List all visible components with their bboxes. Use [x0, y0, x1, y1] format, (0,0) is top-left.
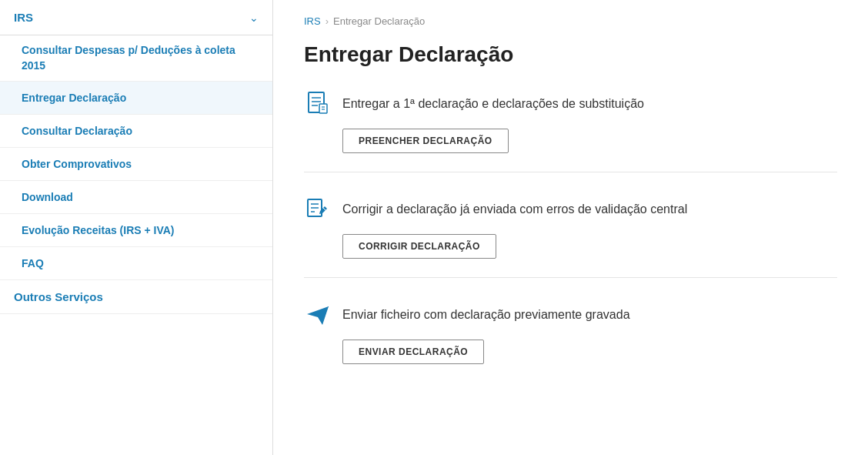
section-row-corrigir: Corrigir a declaração já enviada com err… [304, 196, 837, 223]
sidebar-item-entregar-declaracao[interactable]: Entregar Declaração [0, 82, 272, 115]
edit-icon [304, 196, 332, 223]
sidebar-item-outros-servicos[interactable]: Outros Serviços [0, 280, 272, 314]
section-block-preencher: Entregar a 1ª declaração e declarações d… [304, 90, 837, 172]
section-block-corrigir: Corrigir a declaração já enviada com err… [304, 196, 837, 278]
send-icon [304, 301, 332, 329]
section-text-preencher: Entregar a 1ª declaração e declarações d… [342, 97, 644, 111]
preencher-button[interactable]: PREENCHER DECLARAÇÃO [342, 129, 509, 153]
sidebar-item-faq[interactable]: FAQ [0, 247, 272, 280]
section-text-enviar: Enviar ficheiro com declaração previamen… [342, 308, 630, 322]
sidebar-item-download[interactable]: Download [0, 181, 272, 214]
page-title: Entregar Declaração [304, 42, 837, 67]
sidebar-item-consultar-declaracao[interactable]: Consultar Declaração [0, 115, 272, 148]
sidebar: IRS ⌄ Consultar Despesas p/ Deduções à c… [0, 0, 273, 455]
svg-rect-4 [319, 104, 327, 113]
divider-0 [304, 172, 837, 172]
sidebar-section-label: IRS [14, 11, 33, 24]
enviar-button[interactable]: ENVIAR DECLARAÇÃO [342, 340, 484, 364]
document-icon [304, 90, 332, 118]
section-block-enviar: Enviar ficheiro com declaração previamen… [304, 301, 837, 364]
breadcrumb: IRS › Entregar Declaração [304, 15, 837, 27]
sidebar-item-evolucao-receitas[interactable]: Evolução Receitas (IRS + IVA) [0, 214, 272, 247]
section-row-preencher: Entregar a 1ª declaração e declarações d… [304, 90, 837, 118]
main-content: IRS › Entregar Declaração Entregar Decla… [273, 0, 868, 455]
breadcrumb-parent[interactable]: IRS [304, 15, 321, 27]
corrigir-button[interactable]: CORRIGIR DECLARAÇÃO [342, 234, 496, 259]
breadcrumb-separator: › [326, 15, 329, 27]
sidebar-irs-header[interactable]: IRS ⌄ [0, 0, 272, 35]
sidebar-item-obter-comprovativos[interactable]: Obter Comprovativos [0, 148, 272, 181]
action-blocks: Entregar a 1ª declaração e declarações d… [304, 90, 837, 364]
sidebar-item-consultar-despesas[interactable]: Consultar Despesas p/ Deduções à coleta … [0, 35, 272, 82]
section-text-corrigir: Corrigir a declaração já enviada com err… [342, 202, 687, 216]
chevron-down-icon: ⌄ [249, 12, 259, 24]
breadcrumb-current: Entregar Declaração [333, 15, 425, 27]
sidebar-items: Consultar Despesas p/ Deduções à coleta … [0, 35, 272, 280]
section-row-enviar: Enviar ficheiro com declaração previamen… [304, 301, 837, 329]
divider-1 [304, 277, 837, 278]
